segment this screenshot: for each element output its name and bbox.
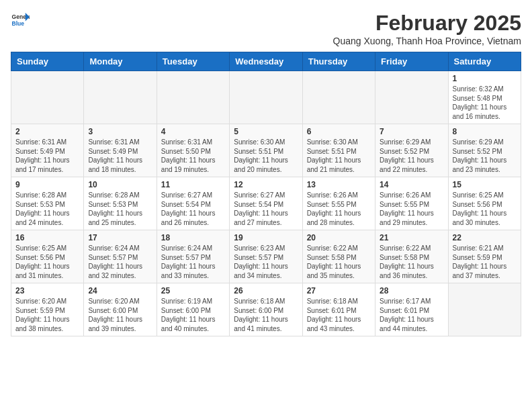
day-number: 13 [307, 180, 371, 189]
day-info: Sunrise: 6:32 AM Sunset: 5:48 PM Dayligh… [453, 85, 517, 121]
day-info: Sunrise: 6:20 AM Sunset: 6:00 PM Dayligh… [88, 297, 152, 333]
day-info: Sunrise: 6:24 AM Sunset: 5:57 PM Dayligh… [88, 244, 152, 280]
calendar-cell: 14Sunrise: 6:26 AM Sunset: 5:55 PM Dayli… [375, 177, 448, 230]
logo-icon: General Blue [11, 11, 30, 30]
day-info: Sunrise: 6:28 AM Sunset: 5:53 PM Dayligh… [15, 191, 79, 227]
title-area: February 2025 Quang Xuong, Thanh Hoa Pro… [333, 11, 521, 46]
day-number: 1 [453, 74, 517, 83]
day-number: 9 [15, 180, 79, 189]
calendar-cell [448, 283, 521, 336]
day-info: Sunrise: 6:17 AM Sunset: 6:01 PM Dayligh… [380, 297, 443, 333]
calendar-cell: 6Sunrise: 6:30 AM Sunset: 5:51 PM Daylig… [302, 124, 375, 177]
day-info: Sunrise: 6:26 AM Sunset: 5:55 PM Dayligh… [307, 191, 371, 227]
day-number: 2 [15, 127, 79, 136]
day-info: Sunrise: 6:27 AM Sunset: 5:54 PM Dayligh… [161, 191, 225, 227]
day-info: Sunrise: 6:25 AM Sunset: 5:56 PM Dayligh… [453, 191, 517, 227]
day-info: Sunrise: 6:22 AM Sunset: 5:58 PM Dayligh… [307, 244, 371, 280]
day-info: Sunrise: 6:30 AM Sunset: 5:51 PM Dayligh… [234, 138, 298, 174]
calendar-cell [230, 71, 302, 124]
header-row: SundayMondayTuesdayWednesdayThursdayFrid… [11, 52, 521, 71]
day-number: 6 [307, 127, 371, 136]
day-info: Sunrise: 6:29 AM Sunset: 5:52 PM Dayligh… [453, 138, 517, 174]
calendar-cell: 17Sunrise: 6:24 AM Sunset: 5:57 PM Dayli… [84, 230, 157, 283]
day-number: 15 [453, 180, 517, 189]
day-number: 7 [380, 127, 443, 136]
calendar-cell [11, 71, 84, 124]
header: General Blue February 2025 Quang Xuong, … [11, 11, 521, 46]
day-number: 25 [161, 286, 225, 295]
day-number: 28 [380, 286, 443, 295]
calendar-cell: 15Sunrise: 6:25 AM Sunset: 5:56 PM Dayli… [448, 177, 521, 230]
weekday-header: Monday [84, 52, 157, 71]
day-number: 21 [380, 233, 443, 242]
calendar-week: 23Sunrise: 6:20 AM Sunset: 5:59 PM Dayli… [11, 283, 521, 336]
weekday-header: Tuesday [157, 52, 229, 71]
calendar-cell: 21Sunrise: 6:22 AM Sunset: 5:58 PM Dayli… [375, 230, 448, 283]
day-number: 10 [88, 180, 152, 189]
calendar-cell: 13Sunrise: 6:26 AM Sunset: 5:55 PM Dayli… [302, 177, 375, 230]
calendar-cell: 18Sunrise: 6:24 AM Sunset: 5:57 PM Dayli… [157, 230, 229, 283]
calendar-week: 16Sunrise: 6:25 AM Sunset: 5:56 PM Dayli… [11, 230, 521, 283]
day-number: 26 [234, 286, 298, 295]
day-info: Sunrise: 6:29 AM Sunset: 5:52 PM Dayligh… [380, 138, 443, 174]
calendar-cell: 16Sunrise: 6:25 AM Sunset: 5:56 PM Dayli… [11, 230, 84, 283]
day-info: Sunrise: 6:26 AM Sunset: 5:55 PM Dayligh… [380, 191, 443, 227]
day-info: Sunrise: 6:28 AM Sunset: 5:53 PM Dayligh… [88, 191, 152, 227]
calendar-cell: 4Sunrise: 6:31 AM Sunset: 5:50 PM Daylig… [157, 124, 229, 177]
day-info: Sunrise: 6:31 AM Sunset: 5:50 PM Dayligh… [161, 138, 225, 174]
day-info: Sunrise: 6:31 AM Sunset: 5:49 PM Dayligh… [88, 138, 152, 174]
day-number: 27 [307, 286, 371, 295]
weekday-header: Saturday [448, 52, 521, 71]
subtitle: Quang Xuong, Thanh Hoa Province, Vietnam [333, 36, 521, 46]
calendar-cell: 1Sunrise: 6:32 AM Sunset: 5:48 PM Daylig… [448, 71, 521, 124]
calendar-cell: 11Sunrise: 6:27 AM Sunset: 5:54 PM Dayli… [157, 177, 229, 230]
day-info: Sunrise: 6:23 AM Sunset: 5:57 PM Dayligh… [234, 244, 298, 280]
logo: General Blue [11, 11, 30, 30]
day-number: 20 [307, 233, 371, 242]
day-info: Sunrise: 6:22 AM Sunset: 5:58 PM Dayligh… [380, 244, 443, 280]
calendar-cell: 27Sunrise: 6:18 AM Sunset: 6:01 PM Dayli… [302, 283, 375, 336]
day-number: 8 [453, 127, 517, 136]
calendar-cell: 26Sunrise: 6:18 AM Sunset: 6:00 PM Dayli… [230, 283, 302, 336]
calendar-week: 9Sunrise: 6:28 AM Sunset: 5:53 PM Daylig… [11, 177, 521, 230]
calendar-cell: 28Sunrise: 6:17 AM Sunset: 6:01 PM Dayli… [375, 283, 448, 336]
day-number: 11 [161, 180, 225, 189]
calendar-week: 1Sunrise: 6:32 AM Sunset: 5:48 PM Daylig… [11, 71, 521, 124]
calendar-cell: 19Sunrise: 6:23 AM Sunset: 5:57 PM Dayli… [230, 230, 302, 283]
day-info: Sunrise: 6:25 AM Sunset: 5:56 PM Dayligh… [15, 244, 79, 280]
calendar-cell [375, 71, 448, 124]
calendar-cell: 9Sunrise: 6:28 AM Sunset: 5:53 PM Daylig… [11, 177, 84, 230]
weekday-header: Wednesday [230, 52, 302, 71]
day-number: 16 [15, 233, 79, 242]
day-number: 12 [234, 180, 298, 189]
day-info: Sunrise: 6:21 AM Sunset: 5:59 PM Dayligh… [453, 244, 517, 280]
day-number: 14 [380, 180, 443, 189]
day-number: 23 [15, 286, 79, 295]
day-info: Sunrise: 6:24 AM Sunset: 5:57 PM Dayligh… [161, 244, 225, 280]
weekday-header: Sunday [11, 52, 84, 71]
calendar-cell: 5Sunrise: 6:30 AM Sunset: 5:51 PM Daylig… [230, 124, 302, 177]
day-number: 18 [161, 233, 225, 242]
day-number: 19 [234, 233, 298, 242]
calendar-cell [157, 71, 229, 124]
calendar-header: SundayMondayTuesdayWednesdayThursdayFrid… [11, 52, 521, 71]
calendar-cell: 2Sunrise: 6:31 AM Sunset: 5:49 PM Daylig… [11, 124, 84, 177]
day-number: 4 [161, 127, 225, 136]
day-number: 22 [453, 233, 517, 242]
calendar-cell: 22Sunrise: 6:21 AM Sunset: 5:59 PM Dayli… [448, 230, 521, 283]
calendar-body: 1Sunrise: 6:32 AM Sunset: 5:48 PM Daylig… [11, 71, 521, 336]
day-info: Sunrise: 6:18 AM Sunset: 6:00 PM Dayligh… [234, 297, 298, 333]
weekday-header: Friday [375, 52, 448, 71]
calendar-week: 2Sunrise: 6:31 AM Sunset: 5:49 PM Daylig… [11, 124, 521, 177]
calendar-cell: 25Sunrise: 6:19 AM Sunset: 6:00 PM Dayli… [157, 283, 229, 336]
calendar: SundayMondayTuesdayWednesdayThursdayFrid… [11, 52, 521, 336]
day-number: 24 [88, 286, 152, 295]
day-info: Sunrise: 6:31 AM Sunset: 5:49 PM Dayligh… [15, 138, 79, 174]
svg-text:Blue: Blue [12, 20, 25, 27]
day-info: Sunrise: 6:18 AM Sunset: 6:01 PM Dayligh… [307, 297, 371, 333]
day-number: 17 [88, 233, 152, 242]
day-info: Sunrise: 6:27 AM Sunset: 5:54 PM Dayligh… [234, 191, 298, 227]
calendar-cell [84, 71, 157, 124]
calendar-cell: 3Sunrise: 6:31 AM Sunset: 5:49 PM Daylig… [84, 124, 157, 177]
calendar-cell: 10Sunrise: 6:28 AM Sunset: 5:53 PM Dayli… [84, 177, 157, 230]
